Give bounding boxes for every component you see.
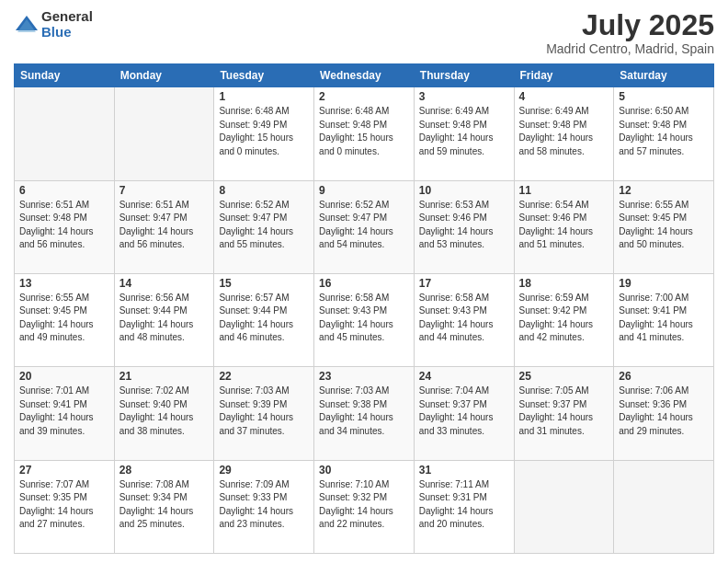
- day-cell: 21Sunrise: 7:02 AM Sunset: 9:40 PM Dayli…: [114, 367, 214, 460]
- day-info: Sunrise: 6:57 AM Sunset: 9:44 PM Dayligh…: [219, 292, 309, 345]
- col-header-saturday: Saturday: [614, 64, 714, 87]
- day-cell: [614, 460, 714, 553]
- day-info: Sunrise: 7:08 AM Sunset: 9:34 PM Dayligh…: [119, 478, 210, 532]
- week-row-1: 1Sunrise: 6:48 AM Sunset: 9:49 PM Daylig…: [15, 87, 714, 180]
- header-row: SundayMondayTuesdayWednesdayThursdayFrid…: [15, 64, 714, 87]
- day-info: Sunrise: 6:48 AM Sunset: 9:48 PM Dayligh…: [319, 105, 409, 158]
- day-cell: 19Sunrise: 7:00 AM Sunset: 9:41 PM Dayli…: [614, 273, 714, 366]
- day-number: 16: [319, 277, 409, 290]
- day-info: Sunrise: 6:51 AM Sunset: 9:48 PM Dayligh…: [19, 199, 109, 252]
- day-info: Sunrise: 6:55 AM Sunset: 9:45 PM Dayligh…: [19, 292, 109, 345]
- week-row-4: 20Sunrise: 7:01 AM Sunset: 9:41 PM Dayli…: [15, 367, 714, 460]
- day-cell: 25Sunrise: 7:05 AM Sunset: 9:37 PM Dayli…: [514, 367, 614, 460]
- day-cell: [15, 87, 115, 180]
- day-cell: 9Sunrise: 6:52 AM Sunset: 9:47 PM Daylig…: [314, 180, 415, 273]
- day-info: Sunrise: 6:59 AM Sunset: 9:42 PM Dayligh…: [519, 292, 609, 345]
- day-info: Sunrise: 6:51 AM Sunset: 9:47 PM Dayligh…: [119, 199, 210, 252]
- day-cell: [514, 460, 614, 553]
- logo-blue-text: Blue: [41, 25, 93, 40]
- day-number: 3: [419, 90, 509, 103]
- day-info: Sunrise: 7:09 AM Sunset: 9:33 PM Dayligh…: [219, 478, 309, 532]
- day-number: 21: [119, 370, 210, 383]
- day-info: Sunrise: 7:04 AM Sunset: 9:37 PM Dayligh…: [419, 385, 509, 438]
- week-row-3: 13Sunrise: 6:55 AM Sunset: 9:45 PM Dayli…: [15, 273, 714, 366]
- day-cell: 22Sunrise: 7:03 AM Sunset: 9:39 PM Dayli…: [214, 367, 314, 460]
- day-number: 6: [19, 184, 109, 197]
- col-header-monday: Monday: [114, 64, 214, 87]
- calendar-table: SundayMondayTuesdayWednesdayThursdayFrid…: [14, 63, 714, 554]
- day-number: 12: [619, 184, 709, 197]
- day-number: 25: [519, 370, 609, 383]
- day-info: Sunrise: 7:03 AM Sunset: 9:38 PM Dayligh…: [319, 385, 409, 438]
- day-number: 17: [419, 277, 509, 290]
- day-cell: 18Sunrise: 6:59 AM Sunset: 9:42 PM Dayli…: [514, 273, 614, 366]
- day-info: Sunrise: 7:00 AM Sunset: 9:41 PM Dayligh…: [619, 292, 709, 345]
- day-number: 18: [519, 277, 609, 290]
- col-header-wednesday: Wednesday: [314, 64, 415, 87]
- day-number: 4: [519, 90, 609, 103]
- day-info: Sunrise: 6:53 AM Sunset: 9:46 PM Dayligh…: [419, 199, 509, 252]
- day-cell: 6Sunrise: 6:51 AM Sunset: 9:48 PM Daylig…: [15, 180, 115, 273]
- day-number: 11: [519, 184, 609, 197]
- col-header-tuesday: Tuesday: [214, 64, 314, 87]
- day-number: 27: [19, 464, 109, 477]
- day-cell: 23Sunrise: 7:03 AM Sunset: 9:38 PM Dayli…: [314, 367, 415, 460]
- day-cell: 1Sunrise: 6:48 AM Sunset: 9:49 PM Daylig…: [214, 87, 314, 180]
- day-info: Sunrise: 6:49 AM Sunset: 9:48 PM Dayligh…: [419, 105, 509, 158]
- day-cell: 24Sunrise: 7:04 AM Sunset: 9:37 PM Dayli…: [414, 367, 514, 460]
- day-cell: 29Sunrise: 7:09 AM Sunset: 9:33 PM Dayli…: [214, 460, 314, 553]
- day-info: Sunrise: 7:06 AM Sunset: 9:36 PM Dayligh…: [619, 385, 709, 438]
- day-cell: [114, 87, 214, 180]
- day-info: Sunrise: 6:49 AM Sunset: 9:48 PM Dayligh…: [519, 105, 609, 158]
- day-cell: 26Sunrise: 7:06 AM Sunset: 9:36 PM Dayli…: [614, 367, 714, 460]
- day-cell: 15Sunrise: 6:57 AM Sunset: 9:44 PM Dayli…: [214, 273, 314, 366]
- day-number: 8: [219, 184, 309, 197]
- day-cell: 2Sunrise: 6:48 AM Sunset: 9:48 PM Daylig…: [314, 87, 415, 180]
- day-cell: 5Sunrise: 6:50 AM Sunset: 9:48 PM Daylig…: [614, 87, 714, 180]
- day-cell: 20Sunrise: 7:01 AM Sunset: 9:41 PM Dayli…: [15, 367, 115, 460]
- day-cell: 27Sunrise: 7:07 AM Sunset: 9:35 PM Dayli…: [15, 460, 115, 553]
- day-cell: 31Sunrise: 7:11 AM Sunset: 9:31 PM Dayli…: [414, 460, 514, 553]
- day-info: Sunrise: 6:56 AM Sunset: 9:44 PM Dayligh…: [119, 292, 210, 345]
- day-number: 30: [319, 464, 409, 477]
- logo-general-text: General: [41, 9, 93, 25]
- day-cell: 10Sunrise: 6:53 AM Sunset: 9:46 PM Dayli…: [414, 180, 514, 273]
- title-block: July 2025 Madrid Centro, Madrid, Spain: [546, 9, 714, 56]
- header: General Blue July 2025 Madrid Centro, Ma…: [14, 9, 714, 56]
- day-info: Sunrise: 7:01 AM Sunset: 9:41 PM Dayligh…: [19, 385, 109, 438]
- day-cell: 12Sunrise: 6:55 AM Sunset: 9:45 PM Dayli…: [614, 180, 714, 273]
- subtitle: Madrid Centro, Madrid, Spain: [546, 41, 714, 56]
- col-header-friday: Friday: [514, 64, 614, 87]
- day-number: 5: [619, 90, 709, 103]
- day-info: Sunrise: 6:52 AM Sunset: 9:47 PM Dayligh…: [319, 199, 409, 252]
- day-number: 1: [219, 90, 309, 103]
- day-number: 15: [219, 277, 309, 290]
- day-cell: 17Sunrise: 6:58 AM Sunset: 9:43 PM Dayli…: [414, 273, 514, 366]
- day-cell: 30Sunrise: 7:10 AM Sunset: 9:32 PM Dayli…: [314, 460, 415, 553]
- day-info: Sunrise: 7:11 AM Sunset: 9:31 PM Dayligh…: [419, 478, 509, 532]
- day-info: Sunrise: 7:05 AM Sunset: 9:37 PM Dayligh…: [519, 385, 609, 438]
- day-number: 20: [19, 370, 109, 383]
- day-info: Sunrise: 6:58 AM Sunset: 9:43 PM Dayligh…: [419, 292, 509, 345]
- main-title: July 2025: [546, 9, 714, 41]
- col-header-sunday: Sunday: [15, 64, 115, 87]
- day-info: Sunrise: 6:48 AM Sunset: 9:49 PM Dayligh…: [219, 105, 309, 158]
- day-cell: 3Sunrise: 6:49 AM Sunset: 9:48 PM Daylig…: [414, 87, 514, 180]
- day-info: Sunrise: 7:03 AM Sunset: 9:39 PM Dayligh…: [219, 385, 309, 438]
- day-info: Sunrise: 6:58 AM Sunset: 9:43 PM Dayligh…: [319, 292, 409, 345]
- day-number: 31: [419, 464, 509, 477]
- day-number: 9: [319, 184, 409, 197]
- col-header-thursday: Thursday: [414, 64, 514, 87]
- day-info: Sunrise: 6:54 AM Sunset: 9:46 PM Dayligh…: [519, 199, 609, 252]
- day-number: 14: [119, 277, 210, 290]
- page: General Blue July 2025 Madrid Centro, Ma…: [0, 0, 728, 563]
- day-cell: 13Sunrise: 6:55 AM Sunset: 9:45 PM Dayli…: [15, 273, 115, 366]
- day-cell: 7Sunrise: 6:51 AM Sunset: 9:47 PM Daylig…: [114, 180, 214, 273]
- day-number: 28: [119, 464, 210, 477]
- day-number: 7: [119, 184, 210, 197]
- day-cell: 8Sunrise: 6:52 AM Sunset: 9:47 PM Daylig…: [214, 180, 314, 273]
- day-cell: 16Sunrise: 6:58 AM Sunset: 9:43 PM Dayli…: [314, 273, 415, 366]
- week-row-5: 27Sunrise: 7:07 AM Sunset: 9:35 PM Dayli…: [15, 460, 714, 553]
- day-number: 23: [319, 370, 409, 383]
- logo-text: General Blue: [41, 9, 93, 40]
